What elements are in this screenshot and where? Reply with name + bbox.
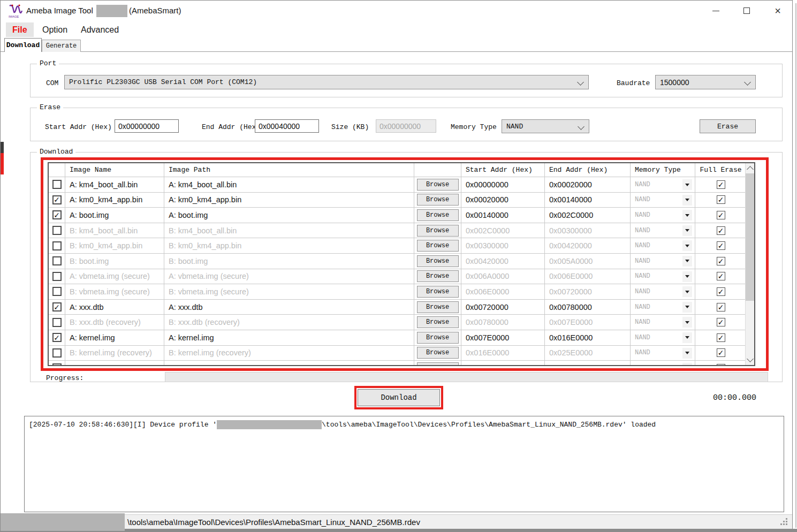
port-group: Port COM Prolific PL2303GC USB Serial CO… xyxy=(30,64,783,97)
download-group-label: Download xyxy=(37,148,75,156)
statusbar-redaction xyxy=(1,513,125,531)
tab-generate[interactable]: Generate xyxy=(42,40,81,52)
timer-value: 00:00.000 xyxy=(691,393,756,402)
log-prefix: [2025-07-10 20:58:46:630][I] Device prof… xyxy=(29,421,217,429)
menu-item-option[interactable]: Option xyxy=(36,22,74,37)
app-window: IMAGE Ameba Image Tool (AmebaSmart) × Fi… xyxy=(0,0,793,530)
chevron-down-icon xyxy=(578,123,585,130)
baudrate-select[interactable]: 1500000 xyxy=(655,75,756,89)
chevron-down-icon xyxy=(744,79,751,86)
close-button[interactable]: × xyxy=(765,1,790,21)
svg-text:IMAGE: IMAGE xyxy=(9,15,19,18)
menu-bar: File Option Advanced xyxy=(1,22,792,38)
log-output[interactable]: [2025-07-10 20:58:46:630][I] Device prof… xyxy=(24,416,784,512)
menu-item-file[interactable]: File xyxy=(6,22,34,37)
menu-item-advanced[interactable]: Advanced xyxy=(74,22,125,37)
erase-memory-value: NAND xyxy=(506,123,523,131)
progress-bar xyxy=(165,372,768,382)
log-path: \tools\ameba\ImageTool\Devices\Profiles\… xyxy=(322,421,623,429)
erase-start-input[interactable] xyxy=(115,119,179,133)
erase-memory-label: Memory Type xyxy=(451,123,497,131)
erase-size-label: Size (KB) xyxy=(331,123,369,131)
port-group-label: Port xyxy=(37,59,59,67)
erase-end-label: End Addr (Hex) xyxy=(202,123,260,131)
download-button[interactable]: Download xyxy=(358,389,440,406)
app-logo-icon: IMAGE xyxy=(7,3,24,19)
maximize-button[interactable] xyxy=(734,1,759,21)
baudrate-label: Baudrate xyxy=(617,79,650,87)
baudrate-value: 1500000 xyxy=(660,78,689,87)
minimize-icon xyxy=(712,11,719,11)
erase-button[interactable]: Erase xyxy=(700,119,756,133)
window-title-suffix: (AmebaSmart) xyxy=(129,6,181,15)
tab-download[interactable]: Download xyxy=(4,38,42,52)
background-window-edge xyxy=(795,3,796,528)
erase-group-label: Erase xyxy=(37,103,63,111)
window-title: Ameba Image Tool xyxy=(26,6,93,15)
log-suffix: ' loaded xyxy=(623,421,656,429)
progress-label: Progress: xyxy=(46,374,84,382)
erase-end-input[interactable] xyxy=(255,119,319,133)
maximize-icon xyxy=(743,7,750,14)
erase-memory-select[interactable]: NAND xyxy=(502,119,589,133)
erase-group: Erase Start Addr (Hex) End Addr (Hex) Si… xyxy=(30,108,783,141)
log-redaction xyxy=(217,420,322,429)
com-port-select[interactable]: Prolific PL2303GC USB Serial COM Port (C… xyxy=(64,75,589,89)
chevron-down-icon xyxy=(577,79,584,86)
status-path: \tools\ameba\ImageTool\Devices\Profiles\… xyxy=(127,518,420,527)
title-bar[interactable]: IMAGE Ameba Image Tool (AmebaSmart) × xyxy=(1,1,792,22)
minimize-button[interactable] xyxy=(703,1,728,21)
erase-size-input xyxy=(376,119,436,133)
background-artifact xyxy=(1,142,4,153)
title-redaction xyxy=(96,5,127,17)
table-highlight-annotation xyxy=(41,157,769,371)
com-port-value: Prolific PL2303GC USB Serial COM Port (C… xyxy=(69,78,257,86)
com-label: COM xyxy=(46,79,58,87)
close-icon: × xyxy=(775,5,781,17)
resize-grip-icon[interactable] xyxy=(780,518,788,526)
background-artifact xyxy=(1,153,4,174)
log-line: [2025-07-10 20:58:46:630][I] Device prof… xyxy=(29,420,779,429)
tab-page-border xyxy=(1,51,792,52)
erase-start-label: Start Addr (Hex) xyxy=(45,123,112,131)
